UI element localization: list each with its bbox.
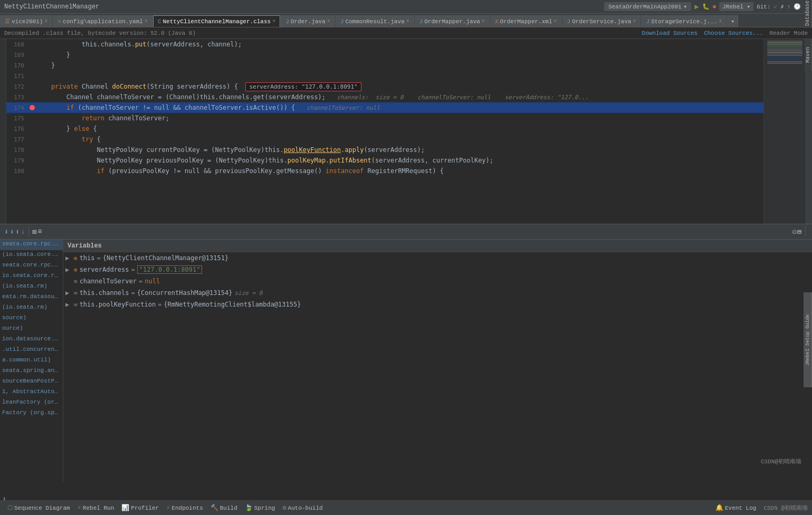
debug-panel-right-btn[interactable]: ⊟: [797, 227, 801, 236]
var-hint-ch: size = 0: [234, 290, 262, 297]
stack-item-15[interactable]: 1, AbstractAutowir: [0, 387, 63, 398]
stack-item-9[interactable]: ource): [0, 324, 63, 335]
tab-common-close[interactable]: ×: [406, 18, 409, 24]
stack-item-4[interactable]: io.seata.core.rpc.: [0, 271, 63, 282]
stack-item-2[interactable]: (io.seata.core.rp: [0, 250, 63, 261]
line-num-169: 169: [6, 52, 28, 59]
tab-mapper-close[interactable]: ×: [482, 18, 485, 24]
debug-grid-btn[interactable]: ⊞: [32, 227, 36, 236]
var-expand-pk[interactable]: ▶: [65, 301, 74, 308]
stack-item-14[interactable]: sourceBeanPostProce: [0, 377, 63, 387]
tab-order-java[interactable]: J Order.java ×: [281, 15, 335, 27]
git-checkmark[interactable]: ✓: [774, 3, 778, 10]
var-row-this[interactable]: ▶ ⊕ this = {NettyClientChannelManager@13…: [63, 252, 812, 264]
spring-icon: 🍃: [245, 504, 253, 512]
code-line-169: 169 }: [6, 50, 763, 60]
tab-storage-label: StorageService.j...: [651, 18, 717, 25]
stack-item-5[interactable]: (io.seata.rm): [0, 282, 63, 292]
tab-common-result[interactable]: J CommonResult.java ×: [336, 15, 414, 27]
status-endpoints[interactable]: ⚡ Endpoints: [163, 503, 206, 513]
line-content-177: try {: [36, 136, 101, 143]
line-num-177: 177: [6, 136, 28, 143]
jrebel-button[interactable]: JRebel ▾: [719, 2, 753, 11]
var-expand-this[interactable]: ▶: [65, 254, 74, 262]
stack-item-13[interactable]: seata.spring.annota: [0, 366, 63, 377]
stack-item-12[interactable]: a.common.util): [0, 356, 63, 366]
tab-storage-service[interactable]: J StorageService.j... ×: [641, 15, 727, 27]
debug-step-in-btn[interactable]: ↓: [21, 227, 25, 236]
tab-order-mapper-xml[interactable]: X OrderMapper.xml ×: [490, 15, 562, 27]
tab-vice2001-close[interactable]: ×: [44, 18, 47, 24]
tab-order-close[interactable]: ×: [327, 18, 330, 24]
stack-item-11[interactable]: .util.concurrent): [0, 345, 63, 356]
var-row-serveraddress[interactable]: ▶ ⊕ serverAddress = "127.0.0.1:8091": [63, 264, 812, 275]
debug-list-btn[interactable]: ≡: [37, 227, 42, 236]
var-expand-ch[interactable]: ▶: [65, 289, 74, 297]
tab-storage-icon: J: [646, 18, 649, 25]
stack-item-10[interactable]: ion.datasource.Dat: [0, 335, 63, 345]
stack-item-1[interactable]: seata.core.rpc.net: [0, 240, 63, 250]
tab-common-label: CommonResult.java: [345, 18, 404, 25]
debug-download-btn[interactable]: ⬇: [4, 227, 8, 236]
var-row-channeltoserver[interactable]: ≡ channelToServer = null: [63, 275, 812, 287]
auto-build-label: Auto-build: [288, 505, 323, 511]
var-row-poolkey[interactable]: ▶ ∞ this.poolKeyFunction = {RmNettyRemot…: [63, 299, 812, 310]
status-sequence-diagram[interactable]: ⬡ Sequence Diagram: [4, 503, 73, 513]
tab-service-close[interactable]: ×: [633, 18, 636, 24]
database-panel-tab[interactable]: Database: [804, 0, 812, 26]
line-num-173: 173: [6, 94, 28, 101]
status-profiler[interactable]: 📊 Profiler: [118, 503, 162, 513]
tab-yaml-close[interactable]: ×: [145, 18, 148, 24]
debug-run-button[interactable]: 🐛: [702, 3, 710, 10]
var-expand-sa[interactable]: ▶: [65, 266, 74, 273]
maven-panel-tab[interactable]: Maven: [805, 39, 812, 71]
stop-button[interactable]: ■: [713, 4, 717, 10]
status-rebel-run[interactable]: ⚡ Rebel Run: [74, 503, 118, 513]
stack-item-8[interactable]: source): [0, 313, 63, 324]
build-icon: 🔨: [211, 504, 218, 512]
code-line-170: 170 }: [6, 60, 763, 71]
run-config-dropdown[interactable]: SeataOrderMainApp2001 ▾: [604, 2, 691, 11]
var-name-sa: serverAddress: [80, 266, 129, 273]
stack-item-16[interactable]: leanFactory (org.sp: [0, 398, 63, 408]
git-clock[interactable]: 🕐: [794, 3, 801, 10]
reader-mode-btn[interactable]: Reader Mode: [769, 30, 808, 36]
stack-item-7[interactable]: (io.seata.rm): [0, 303, 63, 313]
choose-sources-btn[interactable]: Choose Sources...: [704, 30, 763, 36]
debug-step-out-btn[interactable]: ⬆: [15, 227, 20, 236]
git-arrow-up[interactable]: ↑: [787, 4, 791, 10]
settings-btn[interactable]: ⚙: [792, 227, 796, 236]
tab-config-yaml[interactable]: ≡ config\application.yaml ×: [53, 15, 152, 27]
code-line-171: 171: [6, 71, 763, 81]
jrebel-setup-panel[interactable]: JRebel Setup Guide: [804, 292, 812, 387]
tab-vice2001[interactable]: ☰ vice2001) ×: [0, 15, 52, 27]
debug-upload-btn[interactable]: ⬇: [9, 227, 14, 236]
line-content-175: return channelToServer;: [36, 115, 169, 122]
tab-xml-close[interactable]: ×: [554, 18, 557, 24]
git-x-mark[interactable]: ✗: [780, 3, 784, 10]
run-button[interactable]: ▶: [694, 2, 699, 11]
line-content-168: this.channels.put(serverAddress, channel…: [36, 41, 242, 48]
status-build[interactable]: 🔨 Build: [207, 503, 241, 513]
code-editor[interactable]: 168 this.channels.put(serverAddress, cha…: [6, 39, 763, 224]
status-auto-build[interactable]: ⚙ Auto-build: [279, 503, 326, 513]
tab-more-arrow[interactable]: ▾: [727, 15, 738, 27]
var-value-sa: "127.0.0.1:8091": [137, 265, 203, 274]
tab-order-mapper-java[interactable]: J OrderMapper.java ×: [415, 15, 490, 27]
line-num-174: 174: [6, 104, 28, 111]
tab-class-close[interactable]: ×: [272, 18, 275, 24]
spring-label: Spring: [254, 505, 275, 511]
var-row-channels[interactable]: ▶ ∞ this.channels = {ConcurrentHashMap@1…: [63, 287, 812, 299]
status-event-log[interactable]: 🔔 Event Log: [712, 503, 759, 513]
status-spring[interactable]: 🍃 Spring: [242, 503, 279, 513]
tab-storage-close[interactable]: ×: [719, 18, 722, 24]
info-bar: Decompiled .class file, bytecode version…: [0, 27, 812, 39]
download-sources-btn[interactable]: Download Sources: [642, 30, 698, 36]
stack-item-3[interactable]: seata.core.rpc.net: [0, 261, 63, 271]
tab-order-service[interactable]: J OrderService.java ×: [562, 15, 641, 27]
breakpoint-174[interactable]: [28, 105, 36, 110]
line-num-171: 171: [6, 73, 28, 80]
stack-item-6[interactable]: eata.rm.datasource: [0, 292, 63, 303]
tab-netty-class[interactable]: C NettyClientChannelManager.class ×: [153, 15, 280, 27]
stack-item-17[interactable]: Factory (org.sprin: [0, 408, 63, 419]
